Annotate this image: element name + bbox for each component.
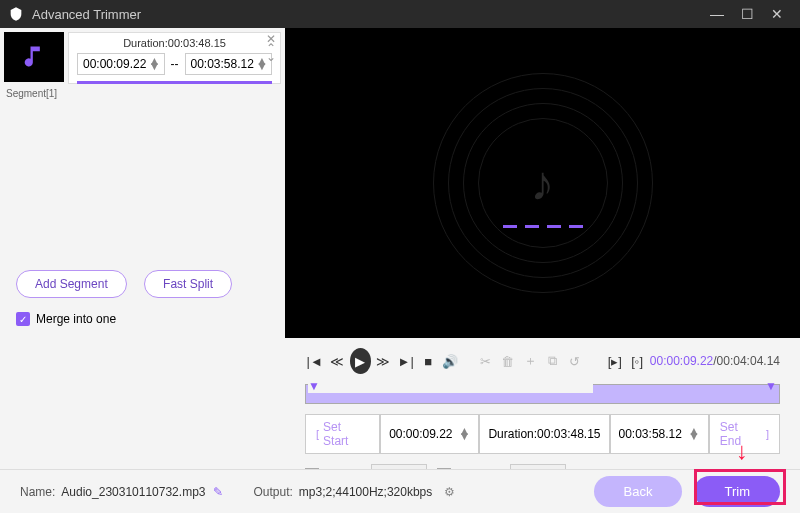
segment-label: Segment[1] xyxy=(0,88,285,99)
time-display: 00:00:09.22/00:04:04.14 xyxy=(650,354,780,368)
merge-checkbox[interactable]: ✓ xyxy=(16,312,30,326)
segment-progress-bar xyxy=(77,81,272,84)
segment-start-input[interactable]: 00:00:09.22▲▼ xyxy=(77,53,165,75)
playback-controls: |◄ ≪ ▶ ≫ ►| ■ 🔊 ✂ 🗑 ＋ ⧉ ↺ [▸] [◦] 00:00:… xyxy=(0,338,800,486)
back-button[interactable]: Back xyxy=(594,476,683,507)
output-value: mp3;2;44100Hz;320kbps xyxy=(299,485,432,499)
edit-name-icon[interactable]: ✎ xyxy=(213,485,223,499)
duration-display: Duration:00:03:48.15 xyxy=(479,414,609,454)
audio-wave-icon xyxy=(503,225,583,228)
rewind-icon[interactable]: ≪ xyxy=(327,349,346,373)
timeline-start-handle[interactable]: ▼ xyxy=(308,379,593,393)
merge-checkbox-row[interactable]: ✓ Merge into one xyxy=(16,312,269,326)
undo-icon[interactable]: ↺ xyxy=(565,349,584,373)
timeline-slider[interactable]: ▼ ▼ xyxy=(305,384,780,404)
add-segment-button[interactable]: Add Segment xyxy=(16,270,127,298)
set-start-button[interactable]: [Set Start xyxy=(305,414,380,454)
trim-button[interactable]: Trim xyxy=(694,476,780,507)
footer-bar: Name: Audio_230310110732.mp3 ✎ Output: m… xyxy=(0,469,800,513)
titlebar: Advanced Trimmer — ☐ ✕ xyxy=(0,0,800,28)
segment-row[interactable]: ✕ ⌃ ⌄ Duration:00:03:48.15 00:00:09.22▲▼… xyxy=(0,28,285,88)
window-title: Advanced Trimmer xyxy=(32,7,702,22)
maximize-button[interactable]: ☐ xyxy=(732,6,762,22)
skip-end-icon[interactable]: ►| xyxy=(396,349,415,373)
skip-start-icon[interactable]: |◄ xyxy=(305,349,324,373)
start-time-input[interactable]: 00:00:09.22▲▼ xyxy=(380,414,479,454)
segment-thumbnail xyxy=(4,32,64,82)
cut-icon[interactable]: ✂ xyxy=(476,349,495,373)
music-note-icon xyxy=(20,43,48,71)
range-dash: -- xyxy=(171,57,179,71)
play-button[interactable]: ▶ xyxy=(350,348,371,374)
set-end-button[interactable]: Set End] xyxy=(709,414,780,454)
preview-area: ♪ xyxy=(285,28,800,338)
segment-end-input[interactable]: 00:03:58.12▲▼ xyxy=(185,53,273,75)
name-label: Name: xyxy=(20,485,55,499)
fast-split-button[interactable]: Fast Split xyxy=(144,270,232,298)
close-button[interactable]: ✕ xyxy=(762,6,792,22)
end-time-input[interactable]: 00:03:58.12▲▼ xyxy=(610,414,709,454)
segment-duration-label: Duration:00:03:48.15 xyxy=(77,37,272,49)
stop-icon[interactable]: ■ xyxy=(418,349,437,373)
copy-icon[interactable]: ⧉ xyxy=(543,349,562,373)
output-settings-icon[interactable]: ⚙ xyxy=(444,485,455,499)
trash-icon[interactable]: 🗑 xyxy=(498,349,517,373)
merge-label: Merge into one xyxy=(36,312,116,326)
segment-info: ✕ ⌃ ⌄ Duration:00:03:48.15 00:00:09.22▲▼… xyxy=(68,32,281,84)
app-logo-icon xyxy=(8,6,24,22)
output-label: Output: xyxy=(253,485,292,499)
forward-icon[interactable]: ≫ xyxy=(374,349,393,373)
volume-icon[interactable]: 🔊 xyxy=(441,349,460,373)
bracket-out-icon[interactable]: [◦] xyxy=(627,349,646,373)
bracket-in-icon[interactable]: [▸] xyxy=(605,349,624,373)
name-value: Audio_230310110732.mp3 xyxy=(61,485,205,499)
segment-panel: ✕ ⌃ ⌄ Duration:00:03:48.15 00:00:09.22▲▼… xyxy=(0,28,285,338)
minimize-button[interactable]: — xyxy=(702,6,732,22)
timeline-end-handle[interactable]: ▼ xyxy=(765,379,777,393)
add-icon[interactable]: ＋ xyxy=(521,349,540,373)
segment-down-icon[interactable]: ⌄ xyxy=(266,53,276,62)
